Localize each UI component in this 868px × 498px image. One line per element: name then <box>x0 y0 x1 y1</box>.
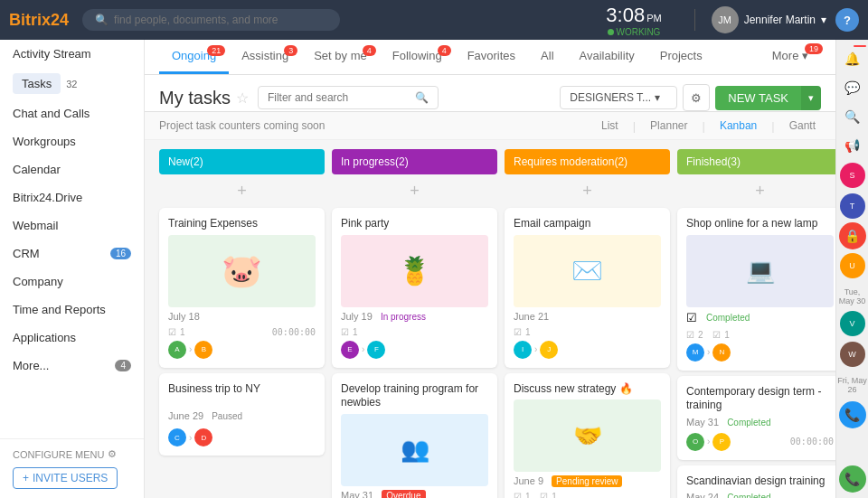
user-avatar-4[interactable]: V <box>840 311 865 336</box>
tasks-button[interactable]: Tasks <box>13 73 61 94</box>
search-bar[interactable]: 🔍 <box>82 9 340 31</box>
kanban-view-button[interactable]: Kanban <box>714 117 762 134</box>
filter-search-box[interactable]: 🔍 <box>258 86 439 109</box>
clock-area: 3:08 PM WORKING <box>597 4 670 37</box>
user-avatar-3[interactable]: U <box>840 253 865 278</box>
check-icon2: ☑ <box>540 492 548 498</box>
sidebar-item-company[interactable]: Company <box>0 268 144 296</box>
card-scandinavian-design[interactable]: Scandinavian design training May 24 Comp… <box>677 465 835 498</box>
card-footer: ☑ 1 00:00:00 <box>168 327 316 337</box>
card-shop-lamp[interactable]: Shop online for a new lamp 💻 ☑ Completed… <box>677 208 835 371</box>
card-meta: ☑ 1 ☑ 1 <box>514 492 557 498</box>
card-develop-training[interactable]: Develop training program for newbies 👥 M… <box>332 373 497 498</box>
card-contemporary-design[interactable]: Contemporary design term - training May … <box>677 376 835 460</box>
sidebar-item-activity[interactable]: Activity Stream <box>0 40 144 68</box>
card-image: 🤝 <box>514 399 661 472</box>
checkbox-icon: ☑ <box>686 311 697 324</box>
phone-call-icon[interactable]: 📞 <box>839 401 866 428</box>
sidebar-tasks-row: Tasks 32 <box>0 68 144 99</box>
lock-icon[interactable]: 🔒 <box>839 222 866 249</box>
sidebar-item-reports[interactable]: Time and Reports <box>0 296 144 324</box>
settings-gear-button[interactable]: ⚙ <box>683 84 710 111</box>
avatar-2: F <box>367 341 385 359</box>
star-icon[interactable]: ☆ <box>236 89 249 107</box>
sidebar-item-apps[interactable]: Applications <box>0 324 144 352</box>
card-title: Develop training program for newbies <box>341 382 488 410</box>
user-name: Jennifer Martin <box>744 14 816 26</box>
tab-all[interactable]: All <box>528 40 566 74</box>
tab-following[interactable]: Following 4 <box>380 40 455 74</box>
card-training-expenses[interactable]: Training Expenses 🐷 July 18 ☑ 1 00:00:00… <box>159 208 325 368</box>
green-phone-button[interactable]: 📞 <box>839 465 866 493</box>
invite-label: INVITE USERS <box>33 472 108 484</box>
card-status-row: ☑ Completed <box>686 311 834 324</box>
crm-badge: 16 <box>110 248 131 259</box>
card-date: May 31 Completed <box>686 417 834 428</box>
new-task-dropdown[interactable]: ▾ <box>801 86 821 110</box>
card-status: Overdue <box>382 490 425 498</box>
card-footer: ☑ 1 ☑ 1 <box>514 492 661 498</box>
sidebar-item-crm[interactable]: CRM 16 <box>0 240 144 268</box>
designers-chevron: ▾ <box>655 91 660 104</box>
company-label: Company <box>13 275 63 288</box>
gear-settings-icon: ⚙ <box>691 91 702 105</box>
card-image: 🐷 <box>168 235 316 307</box>
sidebar-item-workgroups[interactable]: Workgroups <box>0 127 144 155</box>
sidebar-item-webmail[interactable]: Webmail <box>0 211 144 240</box>
tab-assisting[interactable]: Assisting 3 <box>229 40 301 74</box>
user-profile[interactable]: JM Jennifer Martin ▾ <box>712 6 826 33</box>
check-val: 1 <box>525 327 531 337</box>
sidebar-item-chat[interactable]: Chat and Calls <box>0 99 144 127</box>
card-date: May 31 Overdue <box>341 490 488 498</box>
gantt-view-button[interactable]: Gantt <box>784 117 821 134</box>
user-avatar-2[interactable]: T <box>840 193 865 219</box>
user-avatar-5[interactable]: W <box>840 342 865 367</box>
add-card-moderation[interactable]: + <box>505 180 670 202</box>
card-discuss-strategy[interactable]: Discuss new strategy 🔥 🤝 June 9 Pending … <box>505 373 670 498</box>
global-search-icon[interactable]: 🔍 <box>839 103 866 130</box>
tab-setbyme[interactable]: Set by me 4 <box>301 40 380 74</box>
add-card-finished[interactable]: + <box>677 180 835 202</box>
more-tab-badge: 19 <box>805 43 823 54</box>
card-pink-party[interactable]: Pink party 🍍 July 19 In progress ☑ 1 E ›… <box>332 208 497 368</box>
add-card-new[interactable]: + <box>159 180 325 202</box>
tab-ongoing[interactable]: Ongoing 21 <box>159 40 229 74</box>
invite-users-button[interactable]: + INVITE USERS <box>13 467 118 489</box>
designers-filter[interactable]: DESIGNERS T... ▾ <box>560 86 677 109</box>
configure-label: CONFIGURE MENU <box>13 449 104 460</box>
sidebar: Activity Stream Tasks 32 Chat and Calls … <box>0 40 145 498</box>
apps-label: Applications <box>13 331 76 344</box>
add-card-inprogress[interactable]: + <box>332 180 497 202</box>
chevron-icon: › <box>534 344 537 354</box>
configure-menu[interactable]: CONFIGURE MENU ⚙ <box>13 448 131 460</box>
card-timer: 00:00:00 <box>790 437 834 446</box>
date-text-1: Tue, May 30 <box>836 286 868 307</box>
avatar-row: O › P <box>686 433 731 451</box>
list-view-button[interactable]: List <box>596 117 624 134</box>
card-image: ✉️ <box>514 235 661 307</box>
sidebar-item-drive[interactable]: Bitrix24.Drive <box>0 183 144 211</box>
reports-label: Time and Reports <box>13 303 106 316</box>
kanban-col-new: New(2) + Training Expenses 🐷 July 18 ☑ 1… <box>159 149 325 489</box>
filter-search-input[interactable] <box>268 91 410 104</box>
notifications-icon[interactable]: 🔔 <box>839 45 866 72</box>
logo: Bitrix24 <box>9 11 69 30</box>
user-avatar-1[interactable]: S <box>840 163 865 188</box>
tab-more[interactable]: More 19 ▾ <box>760 40 821 74</box>
help-button[interactable]: ? <box>835 8 859 32</box>
search-input[interactable] <box>114 14 327 26</box>
sidebar-item-calendar[interactable]: Calendar <box>0 155 144 183</box>
tab-projects[interactable]: Projects <box>647 40 715 74</box>
tasks-header: My tasks ☆ 🔍 DESIGNERS T... ▾ ⚙ NEW TASK <box>145 75 835 112</box>
card-meta: ☑ 1 <box>341 327 358 337</box>
tab-availability[interactable]: Availability <box>567 40 647 74</box>
chat-icon[interactable]: 💬 <box>839 74 866 101</box>
new-task-button[interactable]: NEW TASK <box>715 86 801 110</box>
planner-view-button[interactable]: Planner <box>645 117 693 134</box>
tasks-count: 32 <box>66 79 77 89</box>
megaphone-icon[interactable]: 📢 <box>839 132 866 159</box>
tab-favorites[interactable]: Favorites <box>455 40 528 74</box>
sidebar-item-more[interactable]: More... 4 <box>0 352 144 380</box>
card-business-trip[interactable]: Business trip to NY June 29 Paused C › D <box>159 373 325 456</box>
card-email-campaign[interactable]: Email campaign ✉️ June 21 ☑ 1 I › J <box>505 208 670 368</box>
